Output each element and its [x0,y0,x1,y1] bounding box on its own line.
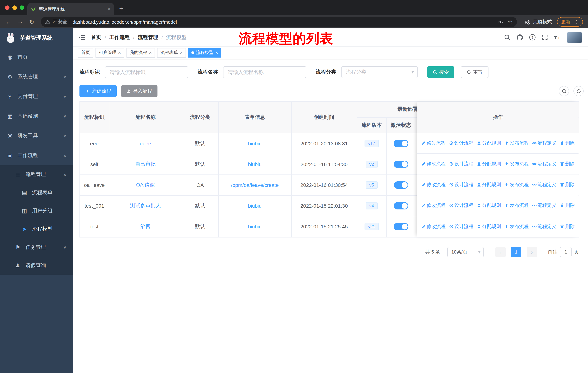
new-tab-button[interactable]: + [119,5,123,12]
close-tag-icon[interactable]: × [215,50,218,55]
window-minimize-button[interactable] [12,5,17,10]
create-process-button[interactable]: ＋ 新建流程 [79,85,117,97]
browser-menu-icon[interactable]: ⋮ [574,19,579,25]
action-design-link[interactable]: 设计流程 [449,181,473,188]
action-trash-link[interactable]: 删除 [560,140,575,146]
sidebar-item-dashboard[interactable]: ◉首页 [0,47,73,67]
action-user-link[interactable]: 分配规则 [477,181,501,188]
action-link-link[interactable]: 流程定义 [532,181,556,188]
tag-active[interactable]: 流程模型× [188,48,221,57]
action-publish-link[interactable]: 发布流程 [504,161,529,167]
tag-item[interactable]: 我的流程× [126,48,155,57]
process-name-link[interactable]: 自己审批 [135,161,156,167]
hamburger-icon[interactable] [79,34,85,40]
goto-page-input[interactable] [560,247,572,257]
close-tag-icon[interactable]: × [118,50,121,55]
process-name-link[interactable]: OA 请假 [136,181,155,187]
action-pencil-link[interactable]: 修改流程 [421,140,446,146]
search-icon[interactable] [504,34,510,40]
category-select[interactable]: 流程分类 ▾ [341,66,418,78]
version-tag[interactable]: v17 [365,140,379,147]
sidebar-item-person[interactable]: ♟请假查询 [0,256,73,275]
action-design-link[interactable]: 设计流程 [449,202,473,209]
sidebar-item-list[interactable]: ≣流程管理∧ [0,165,73,184]
action-link-link[interactable]: 流程定义 [532,223,556,230]
close-tag-icon[interactable]: × [149,50,152,55]
action-design-link[interactable]: 设计流程 [449,161,473,167]
address-bar[interactable]: 不安全 dashboard.yudao.iocoder.cn/bpm/manag… [41,17,517,27]
sidebar-item-form[interactable]: ▤流程表单 [0,184,73,202]
refresh-table-button[interactable] [573,86,584,96]
breadcrumb-item[interactable]: 工作流程 [109,34,130,40]
security-warning-icon[interactable] [45,19,50,24]
action-link-link[interactable]: 流程定义 [532,140,556,146]
sidebar-item-plane[interactable]: ➤流程模型 [0,220,73,238]
tag-item[interactable]: 流程表单× [157,48,186,57]
tag-item[interactable]: 租户管理× [95,48,124,57]
active-toggle[interactable] [394,140,408,147]
github-icon[interactable] [516,34,523,40]
action-user-link[interactable]: 分配规则 [477,161,501,167]
avatar[interactable] [567,32,582,43]
action-design-link[interactable]: 设计流程 [449,223,473,230]
sidebar-item-task[interactable]: ⚑任务管理∨ [0,238,73,256]
action-pencil-link[interactable]: 修改流程 [421,181,446,188]
form-link[interactable]: biubiu [248,161,262,167]
tag-item[interactable]: 首页 [78,48,93,57]
breadcrumb-item[interactable]: 流程管理 [138,34,158,40]
action-user-link[interactable]: 分配规则 [477,202,501,209]
version-tag[interactable]: v21 [365,223,379,230]
search-button[interactable]: 搜索 [427,66,454,78]
page-size-select[interactable]: 10条/页 ▾ [447,247,484,257]
form-link[interactable]: biubiu [248,141,262,146]
action-pencil-link[interactable]: 修改流程 [421,202,446,209]
bookmark-star-icon[interactable]: ☆ [508,19,513,25]
form-link[interactable]: /bpm/oa/leave/create [231,182,279,188]
form-link[interactable]: biubiu [248,223,262,229]
action-publish-link[interactable]: 发布流程 [504,202,529,209]
version-tag[interactable]: v5 [366,181,378,189]
active-toggle[interactable] [394,161,408,168]
breadcrumb-item[interactable]: 首页 [91,34,101,40]
sidebar-item-tool[interactable]: ⚒研发工具∨ [0,126,73,146]
process-key-input[interactable] [105,66,188,78]
window-zoom-button[interactable] [20,5,24,10]
action-publish-link[interactable]: 发布流程 [504,181,529,188]
page-number-button[interactable]: 1 [511,247,521,257]
close-tag-icon[interactable]: × [180,50,182,55]
help-icon[interactable]: ? [529,34,536,40]
form-link[interactable]: biubiu [248,203,262,209]
version-tag[interactable]: v4 [366,202,378,209]
action-design-link[interactable]: 设计流程 [449,140,473,146]
active-toggle[interactable] [394,223,408,230]
fullscreen-icon[interactable] [542,34,548,40]
font-size-icon[interactable]: TT [554,34,561,40]
reset-button[interactable]: 重置 [461,66,488,78]
action-user-link[interactable]: 分配规则 [477,223,501,230]
process-name-input[interactable] [223,66,306,78]
prev-page-button[interactable]: ‹ [495,247,506,257]
sidebar-item-group[interactable]: ◫用户分组 [0,202,73,220]
back-button[interactable]: ← [4,19,13,25]
sidebar-item-gear[interactable]: ⚙系统管理∨ [0,67,73,87]
action-trash-link[interactable]: 删除 [560,181,575,188]
action-link-link[interactable]: 流程定义 [532,161,556,167]
update-button[interactable]: 更新 ⋮ [557,17,583,27]
action-trash-link[interactable]: 删除 [560,223,575,230]
action-link-link[interactable]: 流程定义 [532,202,556,209]
sidebar-item-infra[interactable]: ▦基础设施∨ [0,106,73,126]
version-tag[interactable]: v2 [366,161,378,168]
sidebar-item-yen[interactable]: ¥支付管理∨ [0,87,73,106]
process-name-link[interactable]: 滔博 [140,223,151,229]
process-name-link[interactable]: 测试多审批人 [130,202,161,208]
import-process-button[interactable]: 导入流程 [121,85,158,97]
toggle-search-button[interactable] [559,86,569,96]
active-toggle[interactable] [394,202,408,209]
next-page-button[interactable]: › [527,247,537,257]
tab-close-icon[interactable]: × [107,6,110,12]
action-user-link[interactable]: 分配规则 [477,140,501,146]
action-trash-link[interactable]: 删除 [560,202,575,209]
password-key-icon[interactable] [498,19,503,25]
action-publish-link[interactable]: 发布流程 [504,140,529,146]
process-name-link[interactable]: eeee [140,141,151,146]
